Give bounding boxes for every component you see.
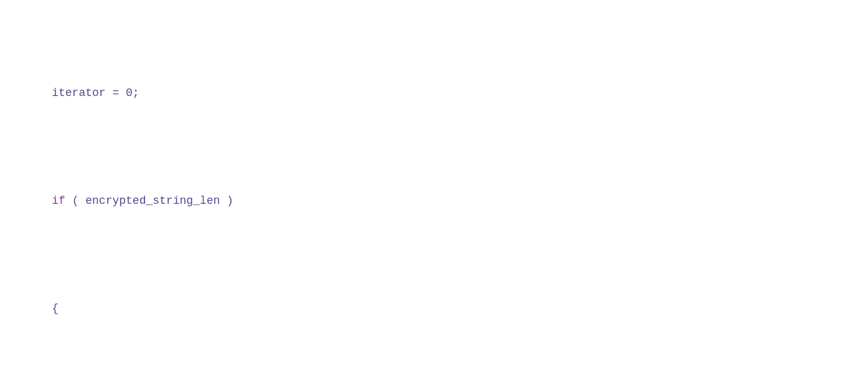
code-text: ( encrypted_string_len ) [65, 194, 234, 207]
code-text: { [52, 302, 59, 315]
code-container: iterator = 0; if ( encrypted_string_len … [25, 12, 843, 369]
code-text: iterator = 0; [52, 87, 139, 99]
code-line-3: { [25, 282, 843, 335]
keyword-if: if [52, 194, 65, 207]
code-line-1: iterator = 0; [25, 66, 843, 120]
code-line-2: if ( encrypted_string_len ) [25, 174, 843, 228]
